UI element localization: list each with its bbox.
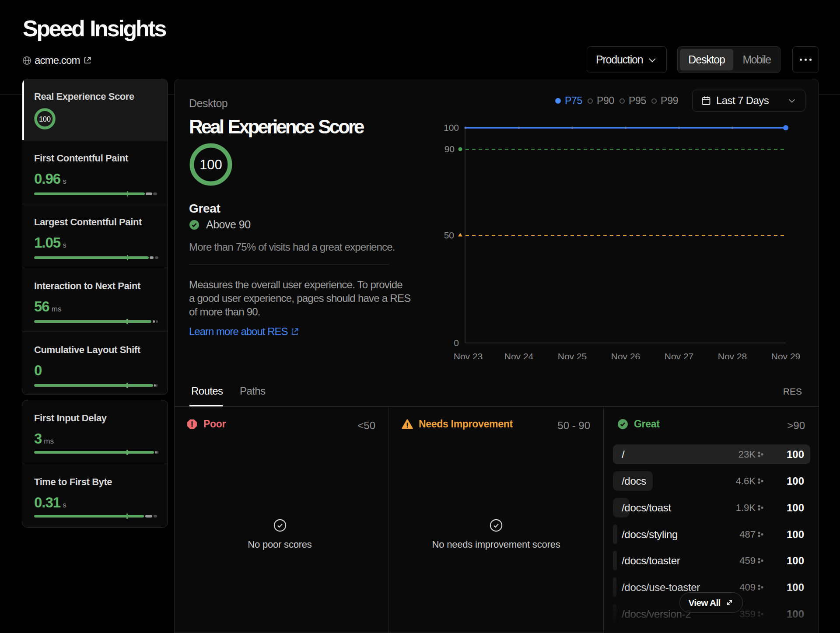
svg-text:0: 0 [454,338,459,348]
svg-text:50: 50 [444,230,454,240]
svg-text:100: 100 [200,157,222,172]
svg-text:Nov 26: Nov 26 [611,351,640,359]
svg-text:Nov 23: Nov 23 [454,351,483,359]
svg-text:100: 100 [39,115,51,123]
svg-text:100: 100 [444,122,459,133]
svg-text:Nov 27: Nov 27 [665,351,694,359]
svg-text:Nov 24: Nov 24 [504,351,534,359]
svg-text:Nov 29: Nov 29 [771,351,801,359]
svg-text:Nov 28: Nov 28 [718,351,747,359]
svg-text:Nov 25: Nov 25 [558,351,587,359]
svg-text:90: 90 [444,144,455,154]
